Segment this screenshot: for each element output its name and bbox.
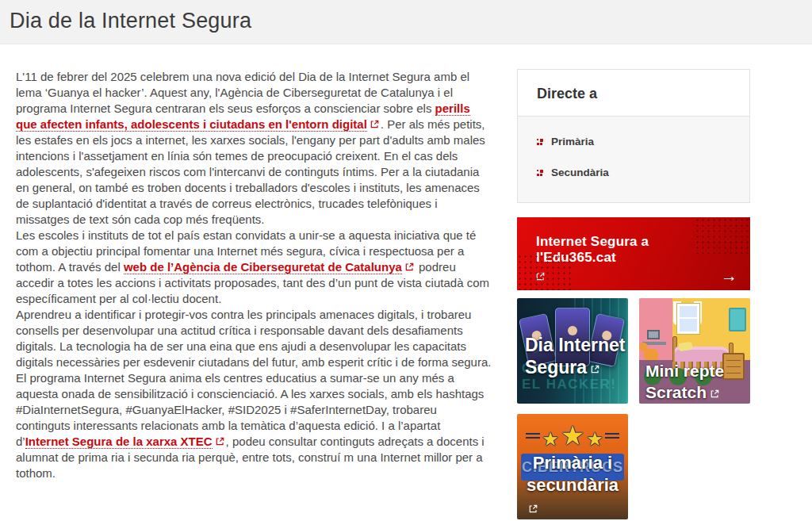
external-link-icon [710,389,719,398]
red-dots-icon [537,139,543,145]
card-primaria-i-secundaria[interactable]: ★ ★ ★ CIBERTRUCS Primària i secundària [517,414,628,519]
directe-a-header: Directe a [518,70,749,116]
horizontal-lines-decoration [605,433,619,439]
card-mini-repte-scratch[interactable]: Mini repte Scratch [639,298,750,404]
directe-a-title: Directe a [537,86,730,102]
article-link[interactable]: perills que afecten infants, adolescents… [16,102,470,132]
window-illustration [677,304,699,334]
banner-title: Internet Segura a l'Edu365.cat [536,234,731,266]
stars-decoration: ★ ★ ★ [517,422,628,449]
article-paragraph: L'11 de febrer del 2025 celebrem una nov… [16,69,492,228]
external-link-icon [370,120,379,128]
external-link-icon [536,272,545,281]
red-dots-icon [537,170,543,176]
page-header: Dia de la Internet Segura [0,0,812,44]
sidebar: Directe a PrimàriaSecundària Internet Se… [517,69,750,519]
article-paragraph: El programa Internet Segura anima els ce… [16,370,492,481]
external-link-icon [529,504,538,513]
arrow-right-icon: → [721,266,737,285]
card-title: Dia Internet Segura [525,334,628,378]
article-link[interactable]: Internet Segura de la xarxa XTEC [25,435,213,449]
directe-link-secundaria[interactable]: Secundària [537,167,730,178]
directe-a-list: PrimàriaSecundària [518,116,749,202]
star-icon: ★ [586,430,603,449]
page-title: Dia de la Internet Segura [10,9,802,33]
star-icon: ★ [561,422,584,449]
external-link-icon [216,437,224,446]
card-grid: GUANYA EL HACKER! Dia Internet Segura [517,298,750,519]
article-body: L'11 de febrer del 2025 celebrem una nov… [16,69,492,519]
edu365-banner[interactable]: Internet Segura a l'Edu365.cat → [517,217,750,290]
mirror-illustration [729,308,746,331]
external-link-icon [591,365,599,374]
directe-a-box: Directe a PrimàriaSecundària [517,69,750,203]
content-area: L'11 de febrer del 2025 celebrem una nov… [0,44,812,519]
card-dia-internet-segura[interactable]: GUANYA EL HACKER! Dia Internet Segura [517,298,628,404]
article-link[interactable]: web de l’Agència de Ciberseguretat de Ca… [124,260,402,274]
directe-link-label: Secundària [551,167,609,178]
card-title: Mini repte Scratch [645,360,750,403]
horizontal-lines-decoration [526,433,540,439]
star-icon: ★ [542,430,559,449]
computer-illustration [647,330,660,339]
directe-link-primaria[interactable]: Primària [537,136,730,147]
article-paragraph: Les escoles i instituts de tot el país e… [16,228,492,307]
article-paragraph: Aprendreu a identificar i protegir-vos c… [16,307,492,370]
directe-link-label: Primària [551,136,594,147]
scratch-cat-illustration [644,349,658,360]
card-title: Primària i secundària [517,452,628,496]
external-link-icon [405,262,414,271]
